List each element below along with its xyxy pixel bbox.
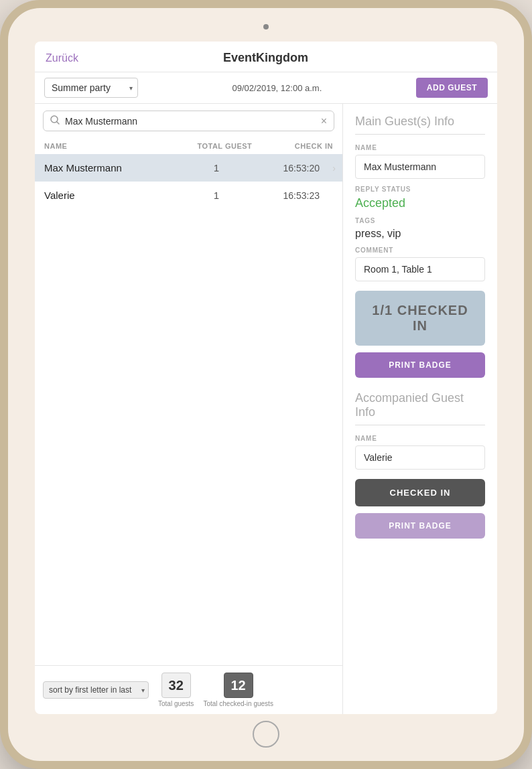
- tags-label: TAGS: [355, 217, 485, 224]
- checked-in-stat: 12 Total checked-in guests: [203, 673, 273, 707]
- acc-print-badge-button[interactable]: PRINT BADGE: [355, 513, 485, 539]
- bottom-bar: sort by first letter in last ▾ 32 Total …: [35, 665, 342, 714]
- table-row[interactable]: Valerie 1 16:53:23: [35, 182, 342, 209]
- app-title: EventKingdom: [223, 51, 308, 65]
- checked-in-button[interactable]: 1/1 CHECKED IN: [355, 291, 485, 346]
- col-header-name: NAME: [44, 142, 189, 150]
- total-guests-label: Total guests: [158, 700, 194, 707]
- checked-in-label: Total checked-in guests: [203, 700, 273, 707]
- print-badge-button[interactable]: PRINT BADGE: [355, 352, 485, 378]
- reply-status-value: Accepted: [355, 196, 485, 210]
- search-input[interactable]: [65, 116, 316, 127]
- event-select[interactable]: Summer party: [44, 78, 138, 98]
- guest-name: Valerie: [44, 190, 182, 201]
- guest-total: 1: [182, 190, 251, 201]
- main-guest-section-title: Main Guest(s) Info: [355, 115, 485, 129]
- comment-field[interactable]: [355, 257, 485, 281]
- left-panel: × NAME TOTAL GUEST CHECK IN Max Musterma…: [35, 104, 343, 714]
- event-date: 09/02/2019, 12:00 a.m.: [145, 83, 409, 93]
- col-header-total: TOTAL GUEST: [189, 142, 261, 150]
- guest-name: Max Mustermann: [44, 162, 182, 173]
- back-button[interactable]: Zurück: [46, 52, 78, 64]
- accompanied-checked-button[interactable]: CHECKED IN: [355, 479, 485, 506]
- reply-status-label: REPLY STATUS: [355, 186, 485, 193]
- guest-checkin-time: 16:53:23: [251, 190, 333, 201]
- total-guests-number: 32: [161, 673, 191, 698]
- accompanied-guest-section-title: Accompanied Guest Info: [355, 391, 485, 419]
- main-layout: × NAME TOTAL GUEST CHECK IN Max Musterma…: [35, 104, 497, 714]
- tablet-screen: Zurück EventKingdom Summer party ▾ 09/02…: [35, 42, 497, 714]
- guest-table: Max Mustermann 1 16:53:20 › Valerie 1 16…: [35, 154, 342, 665]
- guest-checkin-time: 16:53:20: [251, 163, 333, 173]
- right-panel: Main Guest(s) Info NAME REPLY STATUS Acc…: [343, 104, 497, 714]
- total-guests-stat: 32 Total guests: [158, 673, 194, 707]
- search-icon: [50, 115, 60, 127]
- accompanied-guest-section: Accompanied Guest Info NAME CHECKED IN P…: [355, 391, 485, 539]
- tablet-camera: [263, 24, 269, 29]
- section-divider-2: [355, 425, 485, 425]
- search-bar: ×: [43, 111, 334, 131]
- row-arrow-icon: ›: [332, 163, 336, 173]
- checked-in-number: 12: [224, 673, 253, 698]
- acc-name-field-label: NAME: [355, 435, 485, 442]
- section-divider: [355, 134, 485, 135]
- name-field[interactable]: [355, 155, 485, 179]
- svg-line-1: [57, 122, 59, 124]
- guest-total: 1: [182, 162, 251, 173]
- tablet-home-button[interactable]: [253, 721, 279, 748]
- add-guest-button[interactable]: ADD GUEST: [416, 78, 488, 98]
- main-guest-section: Main Guest(s) Info NAME REPLY STATUS Acc…: [355, 115, 485, 391]
- table-row[interactable]: Max Mustermann 1 16:53:20 ›: [35, 154, 342, 182]
- col-header-checkin: CHECK IN: [261, 142, 333, 150]
- sort-select[interactable]: sort by first letter in last: [43, 681, 149, 699]
- tags-value: press, vip: [355, 228, 485, 240]
- acc-name-field[interactable]: [355, 445, 485, 470]
- tablet-frame: Zurück EventKingdom Summer party ▾ 09/02…: [0, 0, 532, 769]
- table-header: NAME TOTAL GUEST CHECK IN: [35, 138, 342, 154]
- event-select-wrapper: Summer party ▾: [44, 78, 138, 98]
- sort-select-wrapper: sort by first letter in last ▾: [43, 681, 149, 699]
- toolbar: Summer party ▾ 09/02/2019, 12:00 a.m. AD…: [35, 72, 497, 104]
- clear-search-icon[interactable]: ×: [321, 116, 327, 127]
- name-field-label: NAME: [355, 144, 485, 151]
- comment-label: COMMENT: [355, 247, 485, 254]
- app-header: Zurück EventKingdom: [35, 42, 497, 72]
